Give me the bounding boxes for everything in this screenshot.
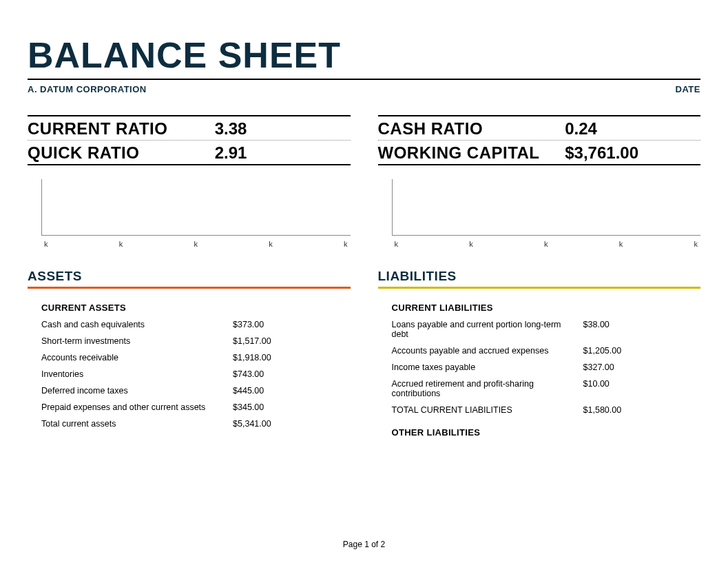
ratio-value: 3.38 xyxy=(215,119,247,139)
line-item-total: Total current assets$5,341.00 xyxy=(41,419,351,429)
chart-ticks: k k k k k xyxy=(392,240,701,248)
tick-label: k xyxy=(119,240,123,248)
line-label: Prepaid expenses and other current asset… xyxy=(41,402,233,412)
ratio-label: WORKING CAPITAL xyxy=(378,143,565,163)
line-value: $373.00 xyxy=(233,320,350,329)
sections: ASSETS CURRENT ASSETS Cash and cash equi… xyxy=(28,269,700,444)
line-value: $1,580.00 xyxy=(583,405,700,415)
line-value: $5,341.00 xyxy=(233,419,350,429)
line-item: Income taxes payable$327.00 xyxy=(392,362,701,372)
line-label: Income taxes payable xyxy=(392,362,583,372)
ratio-row: QUICK RATIO 2.91 xyxy=(28,140,351,165)
line-item: Loans payable and current portion long-t… xyxy=(392,320,701,339)
ratio-block: CURRENT RATIO 3.38 QUICK RATIO 2.91 CASH… xyxy=(28,115,700,165)
liabilities-header: LIABILITIES xyxy=(378,269,701,289)
line-item-total: TOTAL CURRENT LIABILITIES$1,580.00 xyxy=(392,405,701,415)
ratio-col-left: CURRENT RATIO 3.38 QUICK RATIO 2.91 xyxy=(28,115,351,165)
tick-label: k xyxy=(619,240,623,248)
chart-axes xyxy=(41,179,351,236)
company-name: A. DATUM CORPORATION xyxy=(28,84,147,94)
line-label: Deferred income taxes xyxy=(41,386,233,396)
line-label: Loans payable and current portion long-t… xyxy=(392,320,583,339)
ratio-value: 2.91 xyxy=(215,143,247,163)
tick-label: k xyxy=(269,240,273,248)
assets-header: ASSETS xyxy=(28,269,351,289)
chart-left: k k k k k xyxy=(28,179,351,248)
tick-label: k xyxy=(469,240,473,248)
line-value: $1,517.00 xyxy=(233,336,350,346)
line-value: $38.00 xyxy=(583,320,700,339)
line-item: Deferred income taxes$445.00 xyxy=(41,386,351,396)
subsection-title: CURRENT LIABILITIES xyxy=(392,303,701,313)
current-assets: CURRENT ASSETS Cash and cash equivalents… xyxy=(28,303,351,429)
tick-label: k xyxy=(395,240,399,248)
line-label: Short-term investments xyxy=(41,336,233,346)
line-value: $445.00 xyxy=(233,386,350,396)
line-label: Inventories xyxy=(41,369,233,379)
ratio-value: $3,761.00 xyxy=(565,143,638,163)
line-value: $743.00 xyxy=(233,369,350,379)
line-label: Accrued retirement and profit-sharing co… xyxy=(392,379,583,398)
ratio-row: WORKING CAPITAL $3,761.00 xyxy=(378,140,701,165)
other-liabilities: OTHER LIABILITIES xyxy=(378,427,701,438)
ratio-row: CASH RATIO 0.24 xyxy=(378,115,701,140)
current-liabilities: CURRENT LIABILITIES Loans payable and cu… xyxy=(378,303,701,415)
line-item: Inventories$743.00 xyxy=(41,369,351,379)
page-footer: Page 1 of 2 xyxy=(0,540,728,549)
page-title: BALANCE SHEET xyxy=(28,34,700,76)
assets-section: ASSETS CURRENT ASSETS Cash and cash equi… xyxy=(28,269,351,444)
ratio-label: CASH RATIO xyxy=(378,119,565,139)
liabilities-section: LIABILITIES CURRENT LIABILITIES Loans pa… xyxy=(378,269,701,444)
line-label: Accounts payable and accrued expenses xyxy=(392,346,583,356)
line-item: Accounts receivable$1,918.00 xyxy=(41,353,351,362)
line-label: TOTAL CURRENT LIABILITIES xyxy=(392,405,583,415)
tick-label: k xyxy=(694,240,698,248)
tick-label: k xyxy=(44,240,48,248)
title-underline xyxy=(28,79,700,80)
subsection-title: CURRENT ASSETS xyxy=(41,303,351,313)
line-item: Short-term investments$1,517.00 xyxy=(41,336,351,346)
line-item: Cash and cash equivalents$373.00 xyxy=(41,320,351,329)
ratio-label: CURRENT RATIO xyxy=(28,119,215,139)
ratio-label: QUICK RATIO xyxy=(28,143,215,163)
date-label: DATE xyxy=(676,84,700,94)
chart-right: k k k k k xyxy=(378,179,701,248)
tick-label: k xyxy=(194,240,198,248)
line-label: Total current assets xyxy=(41,419,233,429)
line-label: Accounts receivable xyxy=(41,353,233,362)
line-item: Prepaid expenses and other current asset… xyxy=(41,402,351,412)
line-item: Accounts payable and accrued expenses$1,… xyxy=(392,346,701,356)
subsection-title: OTHER LIABILITIES xyxy=(392,427,701,438)
line-value: $1,205.00 xyxy=(583,346,700,356)
company-row: A. DATUM CORPORATION DATE xyxy=(28,84,700,94)
ratio-value: 0.24 xyxy=(565,119,597,139)
tick-label: k xyxy=(344,240,348,248)
line-value: $1,918.00 xyxy=(233,353,350,362)
line-value: $10.00 xyxy=(583,379,700,398)
ratio-col-right: CASH RATIO 0.24 WORKING CAPITAL $3,761.0… xyxy=(378,115,701,165)
line-label: Cash and cash equivalents xyxy=(41,320,233,329)
tick-label: k xyxy=(544,240,548,248)
ratio-row: CURRENT RATIO 3.38 xyxy=(28,115,351,140)
line-value: $327.00 xyxy=(583,362,700,372)
line-item: Accrued retirement and profit-sharing co… xyxy=(392,379,701,398)
chart-axes xyxy=(392,179,701,236)
line-value: $345.00 xyxy=(233,402,350,412)
charts-row: k k k k k k k k k k xyxy=(28,179,700,248)
chart-ticks: k k k k k xyxy=(41,240,351,248)
